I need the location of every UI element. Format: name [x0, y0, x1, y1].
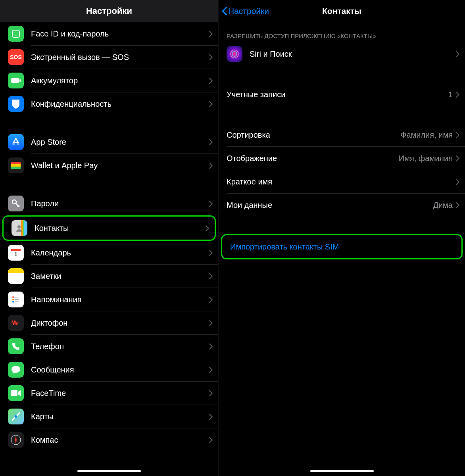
svg-rect-4	[19, 79, 21, 82]
svg-point-2	[17, 33, 17, 33]
row-notes[interactable]: Заметки	[0, 265, 218, 288]
row-mydata[interactable]: Мои данные Дима	[219, 194, 465, 217]
svg-rect-0	[12, 30, 19, 37]
chevron-right-icon	[209, 273, 213, 279]
row-label: App Store	[31, 138, 209, 147]
chevron-right-icon	[456, 92, 459, 98]
row-calendar[interactable]: 1 Календарь	[0, 241, 218, 264]
chevron-left-icon	[222, 7, 227, 15]
row-label: Учетные записи	[227, 90, 448, 99]
phone-icon	[8, 338, 24, 354]
row-label: Siri и Поиск	[250, 50, 456, 59]
group-gap	[219, 217, 465, 234]
battery-icon	[8, 73, 24, 88]
row-maps[interactable]: Карты	[0, 405, 218, 428]
sos-icon: SOS	[8, 49, 24, 65]
row-privacy[interactable]: Конфиденциальность	[0, 92, 218, 115]
chevron-right-icon	[456, 202, 459, 208]
back-button[interactable]: Настройки	[222, 6, 269, 16]
chevron-right-icon	[209, 78, 213, 84]
row-value: Фамилия, имя	[400, 131, 453, 140]
row-label: Сортировка	[227, 131, 400, 140]
svg-point-15	[12, 366, 20, 373]
facetime-icon	[8, 385, 24, 401]
row-reminders[interactable]: Напоминания	[0, 288, 218, 311]
row-label: Конфиденциальность	[31, 100, 209, 109]
chevron-right-icon	[456, 51, 459, 57]
chevron-right-icon	[209, 54, 213, 60]
row-sos[interactable]: SOS Экстренный вызов — SOS	[0, 46, 218, 69]
home-indicator[interactable]	[310, 470, 374, 472]
svg-point-20	[232, 52, 237, 56]
row-shortname[interactable]: Краткое имя	[219, 170, 465, 193]
wallet-icon	[8, 157, 24, 173]
svg-point-17	[15, 415, 17, 418]
row-value: Дима	[433, 201, 453, 210]
row-messages[interactable]: Сообщения	[0, 358, 218, 381]
row-value: Имя, фамилия	[399, 154, 453, 163]
svg-point-1	[14, 33, 15, 33]
row-phone[interactable]: Телефон	[0, 335, 218, 358]
row-label: Напоминания	[31, 295, 209, 304]
row-label: Wallet и Apple Pay	[31, 161, 209, 170]
row-voicememo[interactable]: Диктофон	[0, 311, 218, 334]
svg-rect-16	[11, 390, 17, 396]
row-face-id[interactable]: Face ID и код-пароль	[0, 22, 218, 45]
home-indicator[interactable]	[77, 470, 141, 472]
row-wallet[interactable]: Wallet и Apple Pay	[0, 154, 218, 177]
messages-icon	[8, 362, 24, 378]
row-accounts[interactable]: Учетные записи 1	[219, 83, 465, 106]
highlight-import-sim: Импортировать контакты SIM	[221, 234, 463, 259]
svg-rect-6	[11, 164, 21, 167]
settings-title: Настройки	[86, 6, 132, 16]
row-label: Календарь	[31, 248, 209, 257]
group-gap	[219, 106, 465, 123]
contacts-icon	[12, 220, 27, 236]
row-contacts[interactable]: Контакты	[4, 217, 215, 240]
svg-point-19	[231, 50, 238, 58]
row-passwords[interactable]: Пароли	[0, 192, 218, 215]
svg-point-13	[12, 299, 14, 300]
svg-point-14	[12, 301, 14, 303]
row-label: Экстренный вызов — SOS	[31, 53, 209, 62]
row-display[interactable]: Отображение Имя, фамилия	[219, 147, 465, 170]
row-battery[interactable]: Аккумулятор	[0, 69, 218, 92]
siri-icon	[227, 46, 242, 62]
row-label: Заметки	[31, 272, 209, 281]
settings-list: Face ID и код-пароль SOS Экстренный вызо…	[0, 22, 218, 451]
row-label: Пароли	[31, 199, 209, 208]
section-header-allow-access: РАЗРЕШИТЬ ДОСТУП ПРИЛОЖЕНИЮ «КОНТАКТЫ»	[219, 22, 465, 42]
settings-panel: Настройки Face ID и код-пароль SOS Экстр…	[0, 0, 219, 476]
chevron-right-icon	[209, 201, 213, 207]
highlight-contacts: Контакты	[2, 215, 216, 241]
row-siri-search[interactable]: Siri и Поиск	[219, 42, 465, 65]
chevron-right-icon	[456, 179, 459, 185]
chevron-right-icon	[209, 101, 213, 107]
chevron-right-icon	[209, 390, 213, 396]
group-gap	[0, 115, 218, 131]
row-label: Face ID и код-пароль	[31, 29, 209, 38]
row-appstore[interactable]: App Store	[0, 131, 218, 154]
row-label: Мои данные	[227, 201, 433, 210]
svg-point-12	[12, 296, 14, 298]
svg-rect-5	[11, 162, 21, 164]
row-sort[interactable]: Сортировка Фамилия, имя	[219, 123, 465, 146]
row-import-sim[interactable]: Импортировать контакты SIM	[222, 235, 461, 258]
chevron-right-icon	[209, 437, 213, 443]
calendar-icon: 1	[8, 245, 24, 261]
group-gap	[219, 65, 465, 83]
privacy-icon	[8, 96, 24, 112]
row-label: Аккумулятор	[31, 76, 209, 85]
svg-text:1: 1	[14, 251, 17, 257]
row-facetime[interactable]: FaceTime	[0, 382, 218, 405]
nav-bar: Настройки Контакты	[219, 0, 465, 22]
chevron-right-icon	[209, 344, 213, 349]
notes-icon	[8, 268, 24, 284]
svg-rect-3	[11, 78, 19, 83]
row-compass[interactable]: Компас	[0, 428, 218, 451]
maps-icon	[8, 409, 24, 424]
face-id-icon	[8, 26, 24, 42]
chevron-right-icon	[209, 297, 213, 303]
row-label: Краткое имя	[227, 177, 456, 186]
back-label: Настройки	[228, 6, 269, 16]
